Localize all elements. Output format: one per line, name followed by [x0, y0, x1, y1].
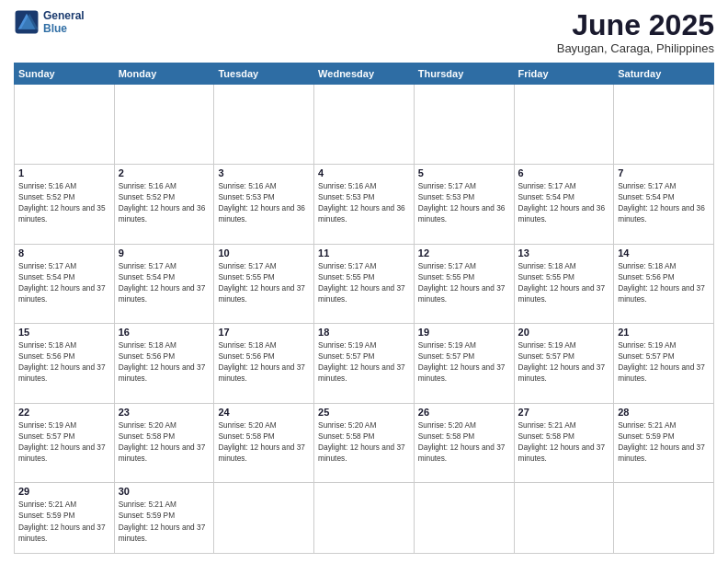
logo-icon — [14, 9, 40, 35]
title-block: June 2025 Bayugan, Caraga, Philippines — [557, 9, 714, 55]
table-row: 26Sunrise: 5:20 AMSunset: 5:58 PMDayligh… — [414, 403, 514, 483]
table-row — [15, 85, 115, 165]
header: General Blue June 2025 Bayugan, Caraga, … — [14, 9, 714, 55]
table-row: 27Sunrise: 5:21 AMSunset: 5:58 PMDayligh… — [514, 403, 614, 483]
day-info: Sunrise: 5:17 AMSunset: 5:54 PMDaylight:… — [618, 180, 710, 224]
col-saturday: Saturday — [614, 63, 714, 85]
day-info: Sunrise: 5:17 AMSunset: 5:55 PMDaylight:… — [318, 260, 410, 304]
day-info: Sunrise: 5:21 AMSunset: 5:58 PMDaylight:… — [518, 419, 610, 464]
day-info: Sunrise: 5:19 AMSunset: 5:57 PMDaylight:… — [618, 339, 710, 384]
calendar-title: June 2025 — [557, 9, 714, 41]
table-row: 20Sunrise: 5:19 AMSunset: 5:57 PMDayligh… — [514, 324, 614, 404]
day-info: Sunrise: 5:18 AMSunset: 5:56 PMDaylight:… — [18, 339, 110, 384]
day-number: 7 — [618, 167, 710, 178]
day-number: 28 — [618, 407, 710, 418]
calendar-body: 1Sunrise: 5:16 AMSunset: 5:52 PMDaylight… — [15, 85, 714, 554]
day-info: Sunrise: 5:19 AMSunset: 5:57 PMDaylight:… — [418, 339, 510, 384]
table-row: 3Sunrise: 5:16 AMSunset: 5:53 PMDaylight… — [214, 164, 314, 244]
day-info: Sunrise: 5:19 AMSunset: 5:57 PMDaylight:… — [518, 339, 610, 384]
day-number: 13 — [518, 247, 610, 259]
day-number: 15 — [18, 327, 110, 338]
col-monday: Monday — [114, 63, 214, 85]
calendar-header-row: Sunday Monday Tuesday Wednesday Thursday… — [15, 63, 714, 85]
calendar-subtitle: Bayugan, Caraga, Philippines — [557, 41, 714, 55]
day-number: 26 — [418, 407, 510, 418]
day-info: Sunrise: 5:17 AMSunset: 5:54 PMDaylight:… — [18, 260, 110, 304]
day-info: Sunrise: 5:21 AMSunset: 5:59 PMDaylight:… — [119, 499, 210, 543]
table-row: 8Sunrise: 5:17 AMSunset: 5:54 PMDaylight… — [15, 244, 115, 324]
day-number: 17 — [218, 327, 310, 338]
day-info: Sunrise: 5:17 AMSunset: 5:55 PMDaylight:… — [218, 260, 310, 304]
day-info: Sunrise: 5:19 AMSunset: 5:57 PMDaylight:… — [318, 339, 410, 384]
table-row: 5Sunrise: 5:17 AMSunset: 5:53 PMDaylight… — [414, 164, 514, 244]
day-number: 3 — [218, 167, 310, 178]
day-info: Sunrise: 5:17 AMSunset: 5:54 PMDaylight:… — [518, 180, 610, 224]
calendar-week-row: 8Sunrise: 5:17 AMSunset: 5:54 PMDaylight… — [15, 244, 714, 324]
table-row: 15Sunrise: 5:18 AMSunset: 5:56 PMDayligh… — [15, 324, 115, 404]
day-info: Sunrise: 5:20 AMSunset: 5:58 PMDaylight:… — [418, 419, 510, 464]
day-info: Sunrise: 5:17 AMSunset: 5:55 PMDaylight:… — [418, 260, 510, 304]
table-row: 28Sunrise: 5:21 AMSunset: 5:59 PMDayligh… — [614, 403, 714, 483]
table-row: 7Sunrise: 5:17 AMSunset: 5:54 PMDaylight… — [614, 164, 714, 244]
col-sunday: Sunday — [15, 63, 115, 85]
day-info: Sunrise: 5:18 AMSunset: 5:56 PMDaylight:… — [218, 339, 310, 384]
day-number: 10 — [218, 247, 310, 259]
day-number: 14 — [618, 247, 710, 259]
day-number: 25 — [318, 407, 410, 418]
day-number: 19 — [418, 327, 510, 338]
day-number: 12 — [418, 247, 510, 259]
day-info: Sunrise: 5:16 AMSunset: 5:52 PMDaylight:… — [119, 180, 210, 224]
day-info: Sunrise: 5:18 AMSunset: 5:56 PMDaylight:… — [119, 339, 210, 384]
table-row — [314, 483, 415, 554]
table-row: 18Sunrise: 5:19 AMSunset: 5:57 PMDayligh… — [314, 324, 415, 404]
table-row: 9Sunrise: 5:17 AMSunset: 5:54 PMDaylight… — [114, 244, 214, 324]
day-number: 9 — [119, 247, 210, 259]
day-info: Sunrise: 5:17 AMSunset: 5:53 PMDaylight:… — [418, 180, 510, 224]
table-row — [514, 85, 614, 165]
table-row — [514, 483, 614, 554]
page: General Blue June 2025 Bayugan, Caraga, … — [0, 0, 728, 563]
col-tuesday: Tuesday — [214, 63, 314, 85]
col-thursday: Thursday — [414, 63, 514, 85]
day-number: 21 — [618, 327, 710, 338]
table-row — [614, 85, 714, 165]
table-row — [214, 85, 314, 165]
day-number: 18 — [318, 327, 410, 338]
day-number: 24 — [218, 407, 310, 418]
table-row: 21Sunrise: 5:19 AMSunset: 5:57 PMDayligh… — [614, 324, 714, 404]
table-row — [214, 483, 314, 554]
table-row: 10Sunrise: 5:17 AMSunset: 5:55 PMDayligh… — [214, 244, 314, 324]
table-row — [614, 483, 714, 554]
logo-text: General Blue — [43, 9, 85, 36]
table-row: 14Sunrise: 5:18 AMSunset: 5:56 PMDayligh… — [614, 244, 714, 324]
table-row: 29Sunrise: 5:21 AMSunset: 5:59 PMDayligh… — [15, 483, 115, 554]
table-row: 13Sunrise: 5:18 AMSunset: 5:55 PMDayligh… — [514, 244, 614, 324]
day-number: 20 — [518, 327, 610, 338]
day-number: 1 — [18, 167, 110, 178]
table-row: 11Sunrise: 5:17 AMSunset: 5:55 PMDayligh… — [314, 244, 415, 324]
day-info: Sunrise: 5:19 AMSunset: 5:57 PMDaylight:… — [18, 419, 110, 464]
table-row: 24Sunrise: 5:20 AMSunset: 5:58 PMDayligh… — [214, 403, 314, 483]
day-info: Sunrise: 5:18 AMSunset: 5:55 PMDaylight:… — [518, 260, 610, 304]
day-info: Sunrise: 5:20 AMSunset: 5:58 PMDaylight:… — [318, 419, 410, 464]
day-number: 4 — [318, 167, 410, 178]
day-info: Sunrise: 5:21 AMSunset: 5:59 PMDaylight:… — [618, 419, 710, 464]
col-wednesday: Wednesday — [314, 63, 415, 85]
table-row: 19Sunrise: 5:19 AMSunset: 5:57 PMDayligh… — [414, 324, 514, 404]
day-info: Sunrise: 5:21 AMSunset: 5:59 PMDaylight:… — [18, 499, 110, 543]
table-row — [314, 85, 415, 165]
day-info: Sunrise: 5:16 AMSunset: 5:52 PMDaylight:… — [18, 180, 110, 224]
day-number: 8 — [18, 247, 110, 259]
day-number: 23 — [119, 407, 210, 418]
day-number: 29 — [18, 486, 110, 497]
table-row: 1Sunrise: 5:16 AMSunset: 5:52 PMDaylight… — [15, 164, 115, 244]
day-number: 27 — [518, 407, 610, 418]
day-info: Sunrise: 5:16 AMSunset: 5:53 PMDaylight:… — [318, 180, 410, 224]
calendar-table: Sunday Monday Tuesday Wednesday Thursday… — [14, 63, 714, 554]
table-row: 25Sunrise: 5:20 AMSunset: 5:58 PMDayligh… — [314, 403, 415, 483]
col-friday: Friday — [514, 63, 614, 85]
table-row: 22Sunrise: 5:19 AMSunset: 5:57 PMDayligh… — [15, 403, 115, 483]
day-info: Sunrise: 5:18 AMSunset: 5:56 PMDaylight:… — [618, 260, 710, 304]
day-number: 11 — [318, 247, 410, 259]
day-info: Sunrise: 5:17 AMSunset: 5:54 PMDaylight:… — [119, 260, 210, 304]
